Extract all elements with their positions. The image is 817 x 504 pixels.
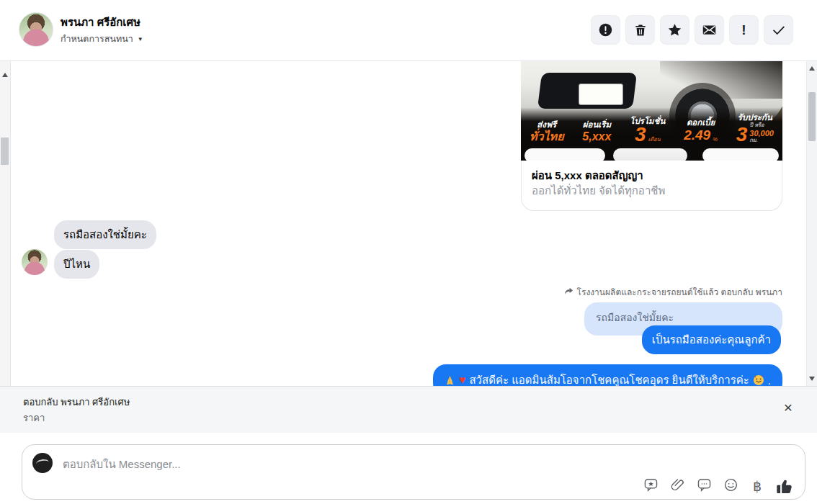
scroll-up-arrow-icon[interactable]	[809, 66, 815, 71]
messenger-inbox-window: พรนภา ศรีอักเศษ กำหนดการสนทนา ▼	[0, 0, 817, 504]
smiling-face-with-hearts-emoji	[753, 374, 764, 386]
follow-up-button[interactable]	[660, 15, 689, 45]
ad-banner-col-interest: ดอกเบี้ย 2.49 %	[684, 118, 718, 143]
conversation-schedule-label: กำหนดการสนทนา	[61, 32, 133, 46]
incoming-message-bubble[interactable]: รถมือสองใช่มั้ยคะ	[54, 220, 156, 249]
conversation-header: พรนภา ศรีอักเศษ กำหนดการสนทนา ▼	[0, 0, 817, 61]
emoji-button[interactable]	[723, 478, 738, 494]
saved-replies-icon	[643, 477, 658, 495]
banner-label: ดอกเบี้ย	[684, 118, 718, 127]
paperclip-icon	[670, 477, 685, 495]
scroll-down-arrow-icon[interactable]	[809, 377, 815, 381]
emoji-smiley-icon	[723, 477, 738, 495]
banner-value: 3	[635, 126, 646, 143]
envelope-icon	[702, 22, 717, 37]
banner-value: 3	[736, 126, 748, 143]
red-heart-emoji: ♥	[459, 374, 466, 386]
banner-value: 2.49	[684, 127, 710, 143]
ad-card-subtitle: ออกได้ทั่วไทย จัดได้ทุกอาชีพ	[532, 183, 772, 198]
scrollbar-thumb[interactable]	[1, 138, 9, 165]
message-input-box[interactable]: ฿	[22, 444, 805, 500]
contact-avatar[interactable]	[19, 12, 53, 47]
banner-value-2: 30,000	[749, 129, 774, 138]
outgoing-message-tail: .	[768, 374, 771, 387]
alert-circle-icon	[598, 22, 613, 37]
message-input[interactable]	[61, 454, 568, 474]
send-like-button[interactable]	[776, 478, 792, 494]
folded-hands-emoji	[445, 375, 455, 386]
report-button[interactable]	[591, 15, 620, 45]
ad-quick-reply-button	[524, 148, 605, 161]
star-icon	[667, 22, 682, 37]
mark-unread-button[interactable]	[695, 15, 724, 45]
exclamation-icon: !	[741, 22, 746, 38]
conversation-list-scrollbar[interactable]	[0, 61, 10, 386]
close-icon: ×	[784, 399, 793, 416]
banner-unit: เดือน	[648, 137, 661, 143]
close-reply-button[interactable]: ×	[778, 397, 798, 418]
trash-icon	[633, 23, 648, 37]
ad-quick-reply-button	[702, 148, 779, 161]
ad-banner-col-installment: ผ่อนเริ่ม 5,xxx	[582, 120, 611, 143]
chevron-down-icon: ▼	[138, 36, 143, 42]
thumbs-up-icon	[775, 477, 793, 495]
composer-toolbar: ฿	[643, 478, 792, 494]
ad-card-text[interactable]: ผ่อน 5,xxx ตลอดสัญญา ออกได้ทั่วไทย จัดได…	[521, 161, 782, 211]
car-license-plate	[579, 84, 623, 105]
mark-important-button[interactable]: !	[729, 15, 759, 45]
baht-icon: ฿	[753, 480, 762, 493]
page-logo-avatar	[32, 453, 53, 473]
scroll-up-arrow-icon[interactable]	[2, 73, 8, 77]
reply-context-line: โรงงานผลิตและกระจายรถยนต์ใช้แล้ว ตอบกลับ…	[564, 285, 782, 299]
payment-button[interactable]: ฿	[749, 478, 765, 494]
saved-replies-button[interactable]	[643, 478, 658, 494]
composer-area: ฿	[0, 433, 817, 504]
comment-dots-icon	[697, 477, 712, 495]
attach-file-button[interactable]	[669, 478, 685, 494]
car-photo-shadow	[660, 61, 782, 99]
scrollbar-thumb[interactable]	[808, 92, 816, 141]
contact-message-avatar	[22, 249, 48, 275]
outgoing-message-bubble[interactable]: เป็นรถมือสองค่ะคุณลูกค้า	[642, 325, 781, 354]
check-icon	[771, 22, 787, 38]
banner-value: 5,xxx	[582, 130, 611, 143]
contact-name: พรนภา ศรีอักเศษ	[61, 14, 140, 31]
banner-value: ทั่วไทย	[530, 130, 564, 143]
ad-card-title: ผ่อน 5,xxx ตลอดสัญญา	[532, 168, 772, 183]
comment-button[interactable]	[696, 478, 712, 494]
incoming-message-bubble[interactable]: ปีไหน	[54, 250, 99, 279]
reply-preview-bar: ตอบกลับ พรนภา ศรีอักเศษ ราคา ×	[0, 386, 817, 433]
banner-unit: ปี หรือ	[749, 122, 764, 128]
chat-scrollbar[interactable]	[806, 61, 817, 386]
car-ad-image[interactable]: ส่งฟรี ทั่วไทย ผ่อนเริ่ม 5,xxx โปรโมชั่น…	[521, 61, 782, 161]
banner-label: ผ่อนเริ่ม	[582, 120, 611, 130]
ad-attachment-card[interactable]: ส่งฟรี ทั่วไทย ผ่อนเริ่ม 5,xxx โปรโมชั่น…	[521, 61, 782, 211]
conversation-schedule-dropdown[interactable]: กำหนดการสนทนา ▼	[61, 32, 143, 46]
banner-unit: %	[713, 137, 718, 143]
conversation-actions: !	[591, 15, 793, 45]
banner-label: ส่งฟรี	[530, 120, 564, 130]
ad-quick-reply-button	[613, 148, 687, 161]
reply-preview-title: ตอบกลับ พรนภา ศรีอักเศษ	[23, 395, 130, 410]
ad-banner-col-promotion: โปรโมชั่น 3 เดือน	[630, 117, 665, 143]
ad-banner-col-warranty: รับประกัน 3 ปี หรือ 30,000 กม.	[736, 113, 774, 143]
mark-done-button[interactable]	[764, 15, 793, 45]
delete-button[interactable]	[625, 15, 655, 45]
reply-arrow-icon	[564, 287, 573, 297]
reply-preview-snippet: ราคา	[23, 410, 45, 426]
reply-context-text: โรงงานผลิตและกระจายรถยนต์ใช้แล้ว ตอบกลับ…	[576, 285, 782, 299]
banner-unit-2: กม.	[749, 138, 758, 143]
ad-banner-col-free-delivery: ส่งฟรี ทั่วไทย	[530, 120, 564, 143]
